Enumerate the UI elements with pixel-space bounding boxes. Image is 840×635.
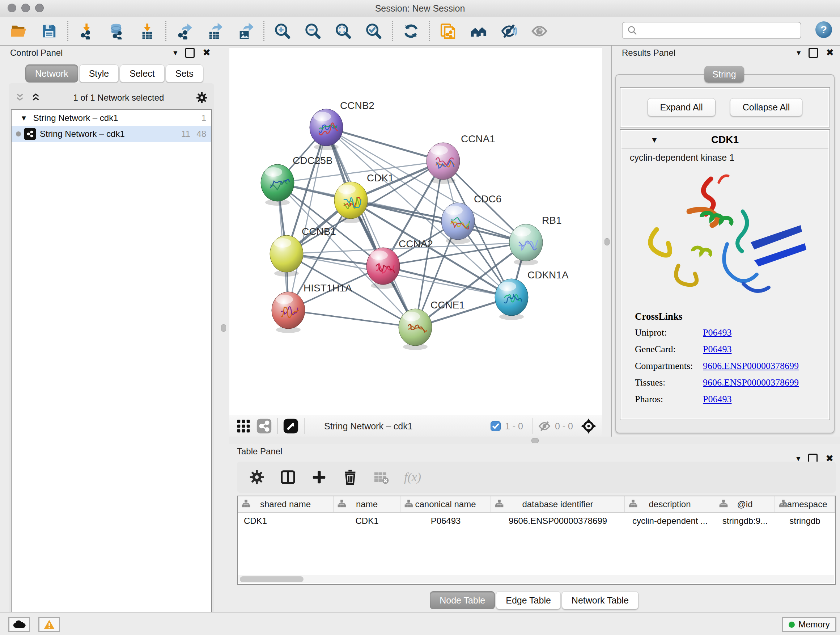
export-network-button[interactable]: [175, 22, 194, 41]
save-session-button[interactable]: [40, 22, 58, 41]
birds-eye-view-icon[interactable]: [283, 418, 299, 434]
open-session-button[interactable]: [9, 22, 28, 41]
apply-layout-button[interactable]: [401, 22, 420, 41]
tab-style[interactable]: Style: [79, 65, 119, 82]
horizontal-splitter[interactable]: [229, 437, 840, 444]
tab-edge-table[interactable]: Edge Table: [496, 591, 561, 609]
network-node-RB1[interactable]: [509, 224, 543, 265]
expand-all-icon[interactable]: [30, 92, 42, 103]
network-graph[interactable]: CCNB2CCNA1CDC25BCDK1CDC6RB1CCNB1CCNA2CDK…: [229, 48, 602, 415]
export-image-button[interactable]: [236, 22, 255, 41]
export-table-button[interactable]: [205, 22, 224, 41]
tab-network-table[interactable]: Network Table: [562, 591, 638, 609]
crosslink-link[interactable]: P06493: [703, 327, 731, 338]
cloud-status-button[interactable]: [8, 617, 30, 632]
zoom-out-button[interactable]: [303, 22, 322, 41]
table-cell[interactable]: stringdb:9...: [715, 516, 775, 526]
protein-section-header[interactable]: ▼ CDK1: [622, 131, 829, 149]
collection-expander-icon[interactable]: ▼: [20, 114, 27, 122]
close-panel-icon[interactable]: ✖: [826, 47, 834, 58]
zoom-in-button[interactable]: [273, 22, 292, 41]
table-cell[interactable]: cyclin-dependent ...: [625, 516, 715, 526]
left-splitter-grip[interactable]: [221, 325, 226, 332]
float-panel-icon[interactable]: [185, 48, 195, 58]
column-header-description[interactable]: description: [625, 496, 715, 512]
table-cell[interactable]: CDK1: [333, 516, 401, 526]
zoom-selected-button[interactable]: [364, 22, 383, 41]
network-node-CDKN1A[interactable]: [495, 279, 528, 320]
column-header-@id[interactable]: @id: [715, 496, 775, 512]
left-splitter[interactable]: [217, 46, 229, 612]
import-table-button[interactable]: [138, 22, 156, 41]
collapse-all-icon[interactable]: [14, 92, 26, 103]
table-cell[interactable]: CDK1: [238, 516, 333, 526]
import-network-button[interactable]: [77, 22, 96, 41]
tab-select[interactable]: Select: [120, 65, 164, 82]
network-node-HIST1H1A[interactable]: [272, 292, 305, 333]
tab-string[interactable]: String: [704, 66, 744, 82]
show-columns-button[interactable]: [279, 469, 296, 486]
memory-button[interactable]: Memory: [782, 617, 836, 632]
network-edge-HIST1H1A-CCNE1[interactable]: [288, 310, 415, 327]
crosslink-link[interactable]: P06493: [703, 344, 731, 355]
network-node-CDC25B[interactable]: [261, 165, 294, 206]
import-network-from-database-button[interactable]: [107, 22, 126, 41]
tab-network[interactable]: Network: [25, 65, 78, 82]
network-node-CCNB2[interactable]: [309, 109, 343, 150]
zoom-fit-button[interactable]: [334, 22, 353, 41]
network-node-CCNA1[interactable]: [426, 143, 460, 184]
crosslink-link[interactable]: 9606.ENSP00000378699: [703, 377, 799, 388]
table-settings-button[interactable]: [248, 469, 265, 486]
column-header-name[interactable]: name: [333, 496, 401, 512]
table-row[interactable]: CDK1CDK1P064939606.ENSP00000378699cyclin…: [238, 513, 835, 529]
expand-all-button[interactable]: Expand All: [647, 98, 715, 116]
hidden-eye-icon[interactable]: [538, 419, 551, 433]
network-edge-CCNB2-CCNA1[interactable]: [326, 127, 443, 161]
table-cell[interactable]: stringdb: [775, 516, 835, 526]
warnings-button[interactable]: [38, 617, 60, 632]
table-hscrollbar-thumb[interactable]: [240, 576, 303, 582]
table-hscrollbar[interactable]: [238, 575, 834, 583]
right-splitter-grip[interactable]: [605, 238, 609, 245]
close-panel-icon[interactable]: ✖: [202, 47, 210, 58]
network-mode-icon[interactable]: [256, 418, 272, 434]
search-field[interactable]: [622, 22, 801, 39]
tab-node-table[interactable]: Node Table: [430, 591, 495, 609]
network-row-selected[interactable]: String Network – cdk1 11 48: [11, 126, 211, 142]
table-cell[interactable]: P06493: [401, 516, 491, 526]
add-column-button[interactable]: [311, 469, 327, 486]
horizontal-splitter-grip[interactable]: [531, 438, 538, 443]
network-node-CCNB1[interactable]: [270, 235, 303, 277]
network-edge-CCNB2-CCNE1[interactable]: [326, 127, 415, 327]
table-cell[interactable]: 9606.ENSP00000378699: [491, 516, 625, 526]
gear-icon[interactable]: [195, 91, 208, 104]
help-button[interactable]: ?: [815, 21, 832, 38]
collapse-all-button[interactable]: Collapse All: [730, 98, 803, 116]
show-hidden-button[interactable]: [530, 22, 549, 41]
grid-mode-icon[interactable]: [236, 418, 251, 434]
delete-table-button[interactable]: [373, 469, 390, 486]
crosslink-link[interactable]: 9606.ENSP00000378699: [703, 361, 799, 371]
hide-unhide-button[interactable]: [500, 22, 518, 41]
network-node-CCNA2[interactable]: [366, 248, 400, 289]
selected-checkbox-icon[interactable]: [490, 420, 501, 432]
panel-menu-icon[interactable]: ▾: [797, 48, 801, 57]
home-button[interactable]: [469, 22, 488, 41]
search-input[interactable]: [638, 24, 801, 37]
column-header-database-identifier[interactable]: database identifier: [491, 496, 625, 512]
panel-menu-icon[interactable]: ▾: [173, 48, 177, 57]
float-panel-icon[interactable]: [808, 48, 818, 58]
network-edge-CDK1-RB1[interactable]: [351, 200, 526, 242]
right-splitter[interactable]: [602, 46, 611, 437]
tab-sets[interactable]: Sets: [166, 65, 203, 82]
column-header-shared-name[interactable]: shared name: [238, 496, 333, 512]
share-network-button[interactable]: [439, 22, 458, 41]
fit-crosshair-icon[interactable]: [580, 418, 597, 434]
column-header-canonical-name[interactable]: canonical name: [401, 496, 491, 512]
network-canvas[interactable]: CCNB2CCNA1CDC25BCDK1CDC6RB1CCNB1CCNA2CDK…: [229, 47, 602, 415]
delete-column-button[interactable]: [342, 469, 358, 486]
column-header-namespace[interactable]: namespace: [775, 496, 835, 512]
crosslink-link[interactable]: P06493: [703, 394, 731, 405]
network-node-CCNE1[interactable]: [399, 309, 432, 350]
network-collection-row[interactable]: ▼ String Network – cdk1 1: [11, 110, 211, 126]
